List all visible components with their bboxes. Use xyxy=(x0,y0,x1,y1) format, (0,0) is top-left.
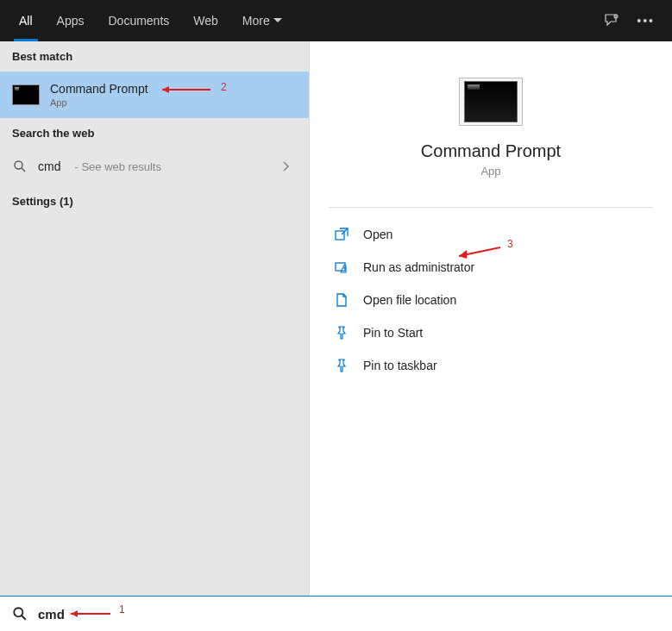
result-texts: Command Prompt App xyxy=(50,82,148,108)
file-location-icon xyxy=(334,292,349,308)
cmd-app-icon-large xyxy=(464,81,518,122)
filter-tabs: All Apps Documents Web More xyxy=(7,0,294,41)
search-icon xyxy=(12,159,28,174)
run-admin-icon xyxy=(334,259,349,275)
results-panel: Best match Command Prompt App Search the… xyxy=(0,41,309,597)
divider xyxy=(329,207,653,208)
more-options-icon[interactable]: ••• xyxy=(637,14,655,28)
action-open-label: Open xyxy=(363,228,393,241)
result-title: Command Prompt xyxy=(50,82,148,96)
feedback-icon[interactable] xyxy=(604,13,619,28)
svg-point-5 xyxy=(14,608,22,616)
web-sub-text: - See web results xyxy=(74,160,160,173)
tab-all[interactable]: All xyxy=(7,0,45,41)
action-open-location-label: Open file location xyxy=(363,293,456,307)
cmd-app-icon-large-wrap xyxy=(459,78,523,126)
best-match-header: Best match xyxy=(0,41,309,72)
svg-line-2 xyxy=(22,168,25,172)
preview-panel: Command Prompt App Open Run as administr… xyxy=(309,41,672,597)
result-command-prompt[interactable]: Command Prompt App xyxy=(0,72,309,118)
preview-title: Command Prompt xyxy=(421,141,561,161)
chevron-right-icon xyxy=(283,161,297,172)
tab-more-label: More xyxy=(242,14,270,28)
search-icon xyxy=(12,606,28,622)
svg-line-6 xyxy=(22,615,26,620)
search-bar xyxy=(0,597,672,631)
tab-web[interactable]: Web xyxy=(181,0,230,41)
action-open[interactable]: Open xyxy=(329,218,653,251)
search-web-header: Search the web xyxy=(0,118,309,148)
preview-subtitle: App xyxy=(480,165,500,178)
pin-taskbar-icon xyxy=(334,358,349,373)
preview-header: Command Prompt App xyxy=(329,62,653,202)
action-pin-taskbar[interactable]: Pin to taskbar xyxy=(329,349,653,382)
action-pin-start[interactable]: Pin to Start xyxy=(329,316,653,349)
result-subtitle: App xyxy=(50,97,148,108)
tab-apps[interactable]: Apps xyxy=(45,0,97,41)
tab-more[interactable]: More xyxy=(230,0,294,41)
action-pin-start-label: Pin to Start xyxy=(363,326,423,340)
settings-results-header[interactable]: Settings (1) xyxy=(0,184,309,218)
action-run-admin[interactable]: Run as administrator xyxy=(329,251,653,284)
svg-rect-3 xyxy=(336,231,344,240)
chevron-down-icon xyxy=(273,18,282,23)
svg-point-1 xyxy=(15,161,22,169)
action-pin-taskbar-label: Pin to taskbar xyxy=(363,359,437,372)
web-query-text: cmd xyxy=(38,159,60,173)
cmd-app-icon xyxy=(12,84,40,105)
pin-start-icon xyxy=(334,325,349,340)
search-input[interactable] xyxy=(38,607,660,622)
top-filter-bar: All Apps Documents Web More ••• xyxy=(0,0,672,41)
topbar-right: ••• xyxy=(604,13,665,28)
web-result-cmd[interactable]: cmd - See web results xyxy=(0,148,309,184)
action-open-location[interactable]: Open file location xyxy=(329,284,653,316)
tab-documents[interactable]: Documents xyxy=(96,0,181,41)
open-icon xyxy=(334,227,349,242)
action-run-admin-label: Run as administrator xyxy=(363,260,474,274)
content-area: Best match Command Prompt App Search the… xyxy=(0,41,672,597)
